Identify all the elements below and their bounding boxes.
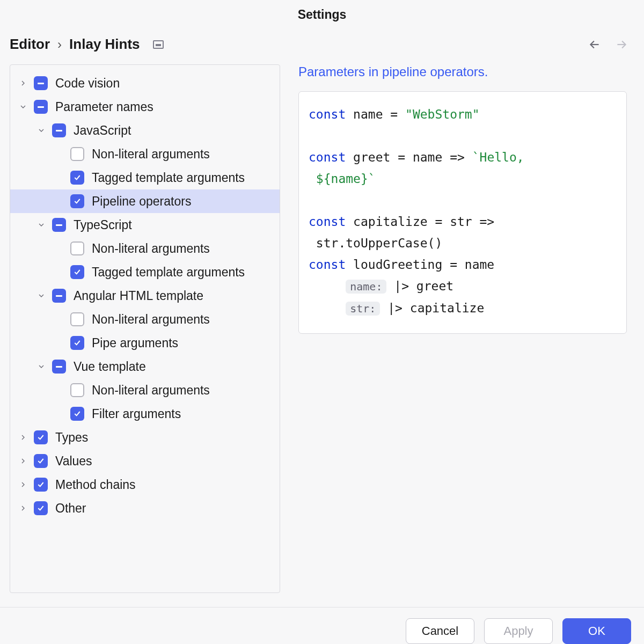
tree-label: Vue template: [74, 360, 146, 374]
tree-label: Tagged template arguments: [92, 171, 245, 185]
window-title: Settings: [0, 0, 644, 27]
tree-label: Pipe arguments: [92, 336, 178, 350]
forward-button[interactable]: [614, 37, 629, 52]
checkbox-checked[interactable]: [70, 265, 84, 279]
tree-label: Other: [55, 501, 86, 516]
tree-label: Non-literal arguments: [92, 312, 210, 327]
chevron-down-icon[interactable]: [35, 360, 48, 373]
chevron-right-icon[interactable]: [17, 77, 30, 90]
chevron-down-icon[interactable]: [35, 218, 48, 231]
tree-label: Pipeline operators: [92, 194, 191, 209]
chevron-right-icon[interactable]: [17, 478, 30, 491]
checkbox-mixed[interactable]: [34, 76, 48, 90]
tree-item-code-vision[interactable]: Code vision: [10, 71, 280, 95]
tree-item-js-pipeline[interactable]: Pipeline operators: [10, 189, 280, 213]
view-mode-icon[interactable]: [153, 40, 164, 49]
checkbox-checked[interactable]: [34, 454, 48, 468]
tree-label: Method chains: [55, 478, 136, 492]
tree-item-ts-tagged[interactable]: Tagged template arguments: [10, 260, 280, 284]
tree-label: Values: [55, 454, 92, 469]
code-preview: const name = "WebStorm" const greet = na…: [298, 91, 627, 334]
chevron-right-icon[interactable]: [17, 502, 30, 515]
tree-item-vue-filter[interactable]: Filter arguments: [10, 402, 280, 426]
tree-item-ng-pipe[interactable]: Pipe arguments: [10, 331, 280, 355]
checkbox-checked[interactable]: [34, 501, 48, 515]
checkbox-mixed[interactable]: [34, 100, 48, 114]
chevron-down-icon[interactable]: [35, 124, 48, 137]
checkbox-unchecked[interactable]: [70, 312, 84, 326]
tree-label: Types: [55, 430, 88, 445]
checkbox-checked[interactable]: [34, 478, 48, 492]
tree-item-other[interactable]: Other: [10, 496, 280, 520]
tree-label: Code vision: [55, 76, 120, 91]
tree-item-method-chains[interactable]: Method chains: [10, 473, 280, 496]
inlay-hint: name:: [346, 280, 386, 294]
checkbox-unchecked[interactable]: [70, 147, 84, 161]
breadcrumb-root[interactable]: Editor: [10, 36, 50, 53]
tree-item-types[interactable]: Types: [10, 426, 280, 449]
checkbox-unchecked[interactable]: [70, 241, 84, 255]
checkbox-checked[interactable]: [34, 430, 48, 444]
chevron-down-icon[interactable]: [17, 100, 30, 113]
tree-item-js-nonliteral[interactable]: Non-literal arguments: [10, 142, 280, 166]
ok-button[interactable]: OK: [562, 618, 631, 644]
back-button[interactable]: [587, 37, 602, 52]
checkbox-checked[interactable]: [70, 194, 84, 208]
chevron-down-icon[interactable]: [35, 289, 48, 302]
tree-item-vue[interactable]: Vue template: [10, 355, 280, 378]
breadcrumb-separator-icon: ›: [57, 37, 62, 52]
tree-label: Filter arguments: [92, 407, 181, 421]
checkbox-mixed[interactable]: [52, 360, 66, 374]
checkbox-checked[interactable]: [70, 407, 84, 421]
header: Editor › Inlay Hints: [0, 27, 644, 64]
inlay-hint: str:: [346, 302, 380, 316]
settings-tree[interactable]: Code vision Parameter names JavaScript N…: [10, 64, 280, 593]
checkbox-mixed[interactable]: [52, 289, 66, 303]
tree-item-javascript[interactable]: JavaScript: [10, 119, 280, 142]
tree-label: Angular HTML template: [74, 289, 203, 303]
tree-label: Non-literal arguments: [92, 383, 210, 398]
description-link[interactable]: Parameters in pipeline operators.: [298, 64, 627, 79]
checkbox-mixed[interactable]: [52, 218, 66, 232]
breadcrumb-leaf: Inlay Hints: [69, 36, 140, 53]
apply-button[interactable]: Apply: [484, 618, 553, 644]
tree-item-js-tagged[interactable]: Tagged template arguments: [10, 166, 280, 189]
tree-label: TypeScript: [74, 218, 132, 232]
tree-label: JavaScript: [74, 123, 131, 138]
checkbox-unchecked[interactable]: [70, 383, 84, 397]
chevron-right-icon[interactable]: [17, 431, 30, 444]
tree-item-typescript[interactable]: TypeScript: [10, 213, 280, 237]
tree-item-values[interactable]: Values: [10, 449, 280, 473]
tree-item-ng-nonliteral[interactable]: Non-literal arguments: [10, 308, 280, 331]
cancel-button[interactable]: Cancel: [406, 618, 474, 644]
breadcrumb: Editor › Inlay Hints: [10, 36, 587, 53]
checkbox-mixed[interactable]: [52, 123, 66, 137]
tree-item-angular[interactable]: Angular HTML template: [10, 284, 280, 308]
dialog-footer: Cancel Apply OK: [0, 607, 644, 644]
tree-label: Non-literal arguments: [92, 241, 210, 256]
checkbox-checked[interactable]: [70, 336, 84, 350]
checkbox-checked[interactable]: [70, 171, 84, 185]
tree-item-parameter-names[interactable]: Parameter names: [10, 95, 280, 119]
chevron-right-icon[interactable]: [17, 455, 30, 467]
tree-item-ts-nonliteral[interactable]: Non-literal arguments: [10, 237, 280, 260]
detail-pane: Parameters in pipeline operators. const …: [298, 64, 640, 593]
tree-item-vue-nonliteral[interactable]: Non-literal arguments: [10, 378, 280, 402]
tree-label: Tagged template arguments: [92, 265, 245, 280]
tree-label: Parameter names: [55, 100, 153, 114]
tree-label: Non-literal arguments: [92, 147, 210, 162]
